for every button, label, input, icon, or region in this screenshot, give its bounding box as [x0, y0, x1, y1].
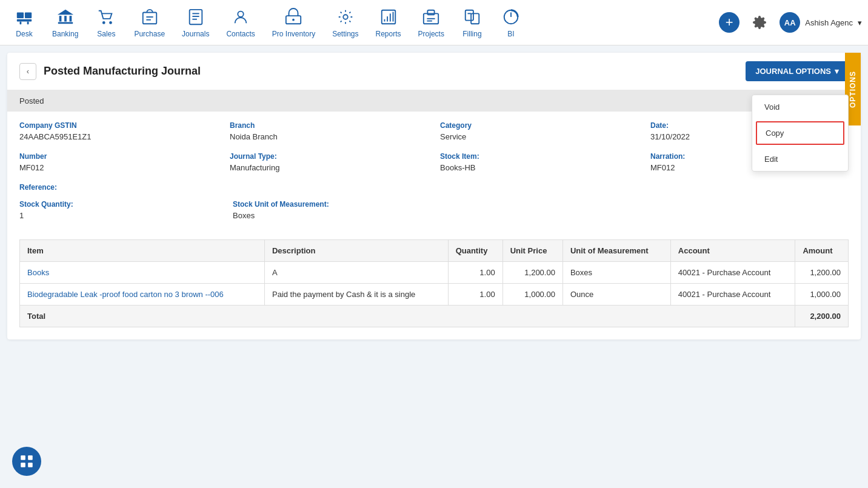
user-name: Ashish Agenc — [805, 18, 853, 27]
reports-icon — [378, 7, 399, 27]
edit-option[interactable]: Edit — [752, 147, 848, 171]
col-account: Account — [670, 240, 795, 262]
row2-item[interactable]: Biodegradable Leak -proof food carton no… — [20, 284, 265, 306]
journal-options-dropdown: Void Copy Edit — [752, 95, 849, 172]
svg-point-19 — [238, 12, 243, 17]
nav-item-journals[interactable]: Journals — [175, 2, 216, 43]
form-section: Company GSTIN 24AABCA5951E1Z1 Branch Noi… — [7, 112, 861, 239]
journal-options-button[interactable]: JOURNAL OPTIONS ▾ — [746, 61, 849, 81]
svg-rect-12 — [142, 13, 156, 24]
svg-rect-37 — [21, 455, 25, 460]
journal-type-label: Journal Type: — [230, 152, 428, 161]
form-row-1: Company GSTIN 24AABCA5951E1Z1 Branch Noi… — [19, 121, 849, 141]
table-row: Books A 1.00 1,200.00 Boxes 40021 - Purc… — [20, 262, 849, 284]
bi-icon — [501, 7, 521, 27]
void-option[interactable]: Void — [752, 95, 848, 119]
category-label: Category — [440, 121, 638, 130]
add-button[interactable]: + — [719, 12, 739, 33]
filling-icon — [462, 7, 482, 27]
grid-button[interactable] — [12, 447, 41, 476]
company-gstin-value: 24AABCA5951E1Z1 — [19, 132, 218, 141]
nav-item-banking[interactable]: Banking — [45, 2, 85, 43]
journal-type-value: Manufacturing — [230, 163, 428, 172]
nav-item-sales[interactable]: Sales — [88, 2, 124, 43]
stock-item-value: Books-HB — [440, 163, 638, 172]
avatar: AA — [780, 12, 800, 33]
row2-description: Paid the payment by Cash & it is a singl… — [264, 284, 448, 306]
nav-label-projects: Projects — [418, 30, 444, 38]
col-item: Item — [20, 240, 265, 262]
journal-options-container: JOURNAL OPTIONS ▾ Void Copy Edit — [746, 61, 849, 81]
nav-label-banking: Banking — [52, 30, 78, 38]
nav-label-filling: Filling — [462, 30, 481, 38]
form-row-3: Reference: — [19, 183, 849, 194]
stock-uom-field: Stock Unit of Measurement: Boxes — [233, 200, 434, 220]
stock-qty-label: Stock Quantity: — [19, 200, 221, 209]
row1-amount: 1,200.00 — [795, 262, 849, 284]
nav-item-settings[interactable]: Settings — [325, 2, 366, 43]
back-icon: ‹ — [27, 67, 29, 76]
row2-uom: Ounce — [563, 284, 670, 306]
nav-right: + AA Ashish Agenc ▾ — [719, 12, 862, 33]
status-label: Posted — [19, 96, 44, 105]
nav-item-purchase[interactable]: Purchase — [127, 2, 172, 43]
svg-rect-32 — [466, 10, 473, 21]
nav-item-bi[interactable]: BI — [493, 2, 529, 43]
nav-item-pro-inventory[interactable]: Pro Inventory — [265, 2, 322, 43]
svg-rect-39 — [21, 463, 25, 467]
branch-field: Branch Noida Branch — [230, 121, 428, 141]
nav-item-projects[interactable]: Projects — [411, 2, 452, 43]
svg-point-21 — [293, 19, 295, 21]
svg-rect-2 — [25, 13, 32, 18]
nav-label-pro-inventory: Pro Inventory — [272, 30, 315, 38]
nav-label-bi: BI — [507, 30, 514, 38]
number-value: MF012 — [19, 163, 218, 172]
stock-qty-field: Stock Quantity: 1 — [19, 200, 221, 220]
nav-label-reports: Reports — [376, 30, 401, 38]
nav-item-desk[interactable]: Desk — [6, 2, 42, 43]
top-navigation: Desk Banking Sales Purchase — [0, 0, 868, 45]
svg-marker-5 — [58, 10, 73, 15]
contacts-icon — [230, 7, 251, 27]
gear-icon[interactable] — [749, 12, 770, 33]
form-row-2: Number MF012 Journal Type: Manufacturing… — [19, 152, 849, 172]
journal-table: Item Description Quantity Unit Price Uni… — [19, 239, 849, 327]
dropdown-arrow-icon: ▾ — [835, 67, 839, 76]
table-total-row: Total 2,200.00 — [20, 306, 849, 327]
copy-option[interactable]: Copy — [756, 121, 844, 145]
main-content: ‹ Posted Manufacturing Journal JOURNAL O… — [7, 53, 861, 339]
settings-icon — [335, 7, 356, 27]
svg-point-11 — [110, 21, 113, 24]
stock-qty-value: 1 — [19, 211, 221, 220]
svg-rect-38 — [28, 455, 33, 460]
number-field: Number MF012 — [19, 152, 218, 172]
back-button[interactable]: ‹ — [19, 63, 36, 80]
nav-item-contacts[interactable]: Contacts — [219, 2, 262, 43]
reference-label: Reference: — [19, 183, 224, 192]
form-row-4: Stock Quantity: 1 Stock Unit of Measurem… — [19, 200, 849, 220]
nav-item-reports[interactable]: Reports — [369, 2, 409, 43]
svg-rect-1 — [17, 13, 24, 18]
branch-value: Noida Branch — [230, 132, 428, 141]
nav-label-purchase: Purchase — [134, 30, 165, 38]
number-label: Number — [19, 152, 218, 161]
nav-label-contacts: Contacts — [226, 30, 255, 38]
row2-account: 40021 - Purchase Account — [670, 284, 795, 306]
status-bar: Posted — [7, 90, 861, 112]
stock-uom-label: Stock Unit of Measurement: — [233, 200, 434, 209]
row1-item[interactable]: Books — [20, 262, 265, 284]
svg-rect-9 — [58, 22, 73, 24]
company-gstin-label: Company GSTIN — [19, 121, 218, 130]
category-value: Service — [440, 132, 638, 141]
total-label: Total — [20, 306, 795, 327]
nav-item-filling[interactable]: Filling — [454, 2, 490, 43]
nav-items: Desk Banking Sales Purchase — [6, 2, 719, 43]
svg-rect-4 — [27, 22, 29, 25]
journals-icon — [185, 7, 206, 27]
banking-icon — [55, 7, 76, 27]
svg-rect-7 — [64, 16, 67, 21]
col-quantity: Quantity — [448, 240, 502, 262]
branch-label: Branch — [230, 121, 428, 130]
user-info[interactable]: AA Ashish Agenc ▾ — [780, 12, 862, 33]
svg-point-22 — [343, 15, 348, 19]
